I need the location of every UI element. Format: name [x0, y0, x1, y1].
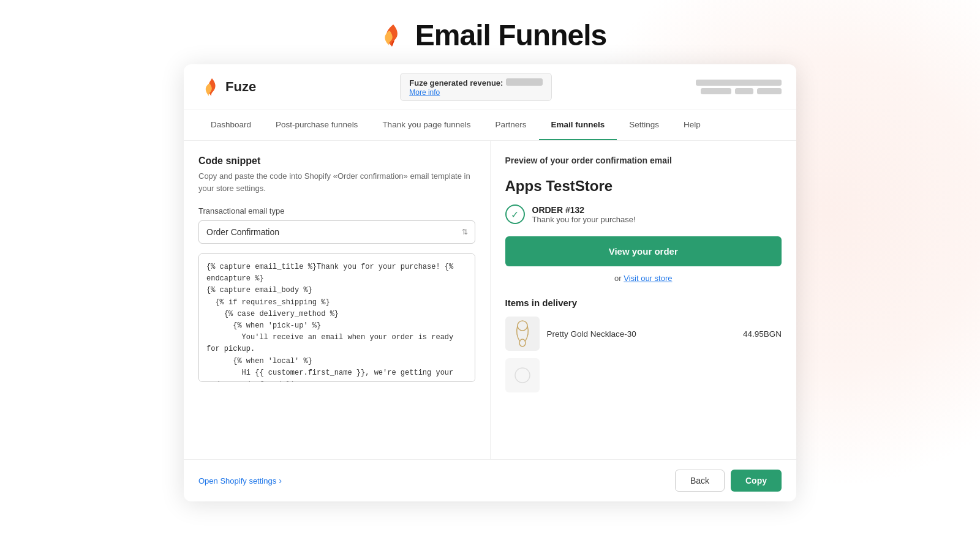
order-info: ORDER #132 Thank you for your purchase!: [532, 205, 636, 224]
order-check-icon: ✓: [505, 204, 525, 224]
nav-item-email-funnels[interactable]: Email funnels: [539, 110, 617, 140]
store-name: Apps TestStore: [505, 178, 782, 195]
item-thumbnail-2: [505, 358, 540, 392]
top-bar-user-info: [696, 80, 782, 86]
fuze-logo-icon: [374, 20, 405, 51]
open-shopify-link[interactable]: Open Shopify settings ›: [198, 476, 282, 485]
open-shopify-label: Open Shopify settings: [198, 476, 276, 485]
item-row: Pretty Gold Necklace-30 44.95BGN: [505, 317, 782, 351]
visit-store-line: or Visit our store: [505, 274, 782, 283]
order-number: ORDER #132: [532, 205, 636, 215]
item-row-2: [505, 358, 782, 392]
email-type-select[interactable]: Order Confirmation: [198, 220, 475, 244]
revenue-value: [506, 78, 543, 86]
item-thumbnail-1: [505, 317, 540, 351]
left-panel: Code snippet Copy and paste the code int…: [184, 141, 491, 459]
item-icon-2: [513, 366, 532, 384]
preview-title: Preview of your order confirmation email: [505, 156, 782, 165]
nav-item-settings[interactable]: Settings: [617, 110, 671, 140]
brand: Fuze: [198, 76, 256, 98]
nav-bar: Dashboard Post-purchase funnels Thank yo…: [184, 110, 796, 141]
page-wrapper: Email Funnels Fuze Fuze generated revenu…: [0, 0, 980, 551]
section-desc: Copy and paste the code into Shopify «Or…: [198, 170, 475, 194]
main-content: Code snippet Copy and paste the code int…: [184, 141, 796, 459]
open-shopify-arrow-icon: ›: [279, 476, 282, 485]
revenue-more-link[interactable]: More info: [409, 88, 543, 97]
nav-item-post-purchase[interactable]: Post-purchase funnels: [263, 110, 370, 140]
revenue-badge: Fuze generated revenue: More info: [400, 73, 552, 101]
page-header: Email Funnels: [374, 0, 606, 64]
nav-item-dashboard[interactable]: Dashboard: [198, 110, 263, 140]
svg-point-3: [515, 368, 530, 383]
app-window: Fuze Fuze generated revenue: More info: [184, 64, 796, 501]
order-header: ✓ ORDER #132 Thank you for your purchase…: [505, 204, 782, 224]
email-type-select-wrapper: Order Confirmation ⇅: [198, 220, 475, 244]
back-button[interactable]: Back: [675, 470, 725, 492]
right-panel: Preview of your order confirmation email…: [491, 141, 797, 459]
svg-point-1: [518, 321, 527, 331]
nav-item-thankyou[interactable]: Thank you page funnels: [370, 110, 483, 140]
item-price-1: 44.95BGN: [743, 329, 782, 339]
order-thanks: Thank you for your purchase!: [532, 215, 636, 224]
email-type-label: Transactional email type: [198, 206, 475, 216]
top-bar: Fuze Fuze generated revenue: More info: [184, 64, 796, 110]
code-snippet-textarea[interactable]: {% capture email_title %}Thank you for y…: [198, 253, 475, 382]
item-name-1: Pretty Gold Necklace-30: [547, 329, 736, 339]
top-bar-right: [696, 80, 782, 94]
brand-logo-icon: [198, 76, 221, 98]
svg-point-2: [519, 339, 526, 347]
revenue-label: Fuze generated revenue:: [409, 78, 503, 88]
section-title: Code snippet: [198, 156, 475, 167]
brand-name: Fuze: [225, 79, 256, 95]
items-title: Items in delivery: [505, 298, 782, 308]
top-bar-user-sub: [701, 88, 782, 94]
visit-store-link[interactable]: Visit our store: [624, 274, 672, 283]
visit-store-prefix: or: [614, 274, 622, 283]
left-footer: Open Shopify settings › Back Copy: [184, 459, 796, 501]
copy-button[interactable]: Copy: [731, 470, 782, 492]
page-title: Email Funnels: [415, 18, 606, 52]
nav-item-help[interactable]: Help: [671, 110, 713, 140]
view-order-button[interactable]: View your order: [505, 236, 782, 266]
footer-buttons: Back Copy: [675, 470, 782, 492]
necklace-icon: [511, 320, 533, 348]
nav-item-partners[interactable]: Partners: [483, 110, 538, 140]
